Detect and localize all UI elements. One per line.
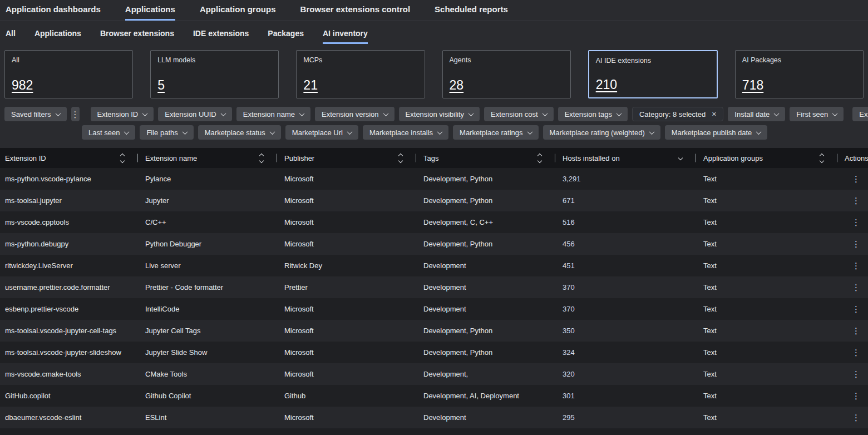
row-actions-button[interactable]: ⋮ xyxy=(852,283,860,291)
row-actions-button[interactable]: ⋮ xyxy=(852,305,860,313)
column-header-actions[interactable]: Actions xyxy=(837,148,868,168)
filter-chip-extension-id[interactable]: Extension ID xyxy=(91,107,154,121)
hosts-installed-link[interactable]: 3,291 xyxy=(563,175,581,183)
extension-id-link[interactable]: esbenp.prettier-vscode xyxy=(5,305,78,313)
primary-tab-browser-extensions-control[interactable]: Browser extensions control xyxy=(300,4,411,21)
primary-tab-application-dashboards[interactable]: Application dashboards xyxy=(6,4,101,21)
filter-chip-first-seen[interactable]: First seen xyxy=(790,107,844,121)
column-header-label: Actions xyxy=(845,154,868,162)
extension-id-link[interactable]: dbaeumer.vscode-eslint xyxy=(5,413,81,422)
column-header-tags[interactable]: Tags xyxy=(416,148,555,168)
filter-chip-extension-uuid[interactable]: Extension UUID xyxy=(158,107,231,121)
summary-card-mcps[interactable]: MCPs21 xyxy=(296,50,425,98)
filter-chip-install-date[interactable]: Install date xyxy=(728,107,785,121)
primary-tab-scheduled-reports[interactable]: Scheduled reports xyxy=(435,4,508,21)
filter-chip-extension-tags[interactable]: Extension tags xyxy=(558,107,628,121)
extension-id-link[interactable]: ms-toolsai.vscode-jupyter-cell-tags xyxy=(5,327,116,335)
summary-card-ai-packages[interactable]: AI Packages718 xyxy=(735,50,864,98)
cell-actions: ⋮ xyxy=(837,283,868,291)
summary-card-llm-models[interactable]: LLM models5 xyxy=(150,50,279,98)
secondary-tab-packages[interactable]: Packages xyxy=(268,29,304,44)
extension-id-link[interactable]: ms-toolsai.vscode-jupyter-slideshow xyxy=(5,348,121,357)
hosts-installed-link[interactable]: 370 xyxy=(563,283,575,291)
extension-id-link[interactable]: username.prettier.code.formatter xyxy=(5,283,110,291)
secondary-tab-applications[interactable]: Applications xyxy=(34,29,81,44)
hosts-installed-link[interactable]: 350 xyxy=(563,327,575,335)
column-header-extension-name[interactable]: Extension name xyxy=(137,148,277,168)
row-actions-button[interactable]: ⋮ xyxy=(852,348,860,357)
sort-icon[interactable] xyxy=(820,154,823,162)
hosts-installed-link[interactable]: 456 xyxy=(563,240,575,248)
hosts-installed-link[interactable]: 451 xyxy=(563,261,575,270)
card-value-link[interactable]: 210 xyxy=(596,77,617,92)
row-actions-button[interactable]: ⋮ xyxy=(852,196,860,205)
card-value-link[interactable]: 28 xyxy=(450,78,464,93)
secondary-tab-ai-inventory[interactable]: AI inventory xyxy=(323,29,368,44)
secondary-tab-ide-extensions[interactable]: IDE extensions xyxy=(193,29,249,44)
export-button[interactable]: Export xyxy=(852,107,868,121)
filter-menu-button[interactable]: ⋮ xyxy=(71,107,80,121)
hosts-installed-link[interactable]: 370 xyxy=(563,305,575,313)
row-actions-button[interactable]: ⋮ xyxy=(852,413,860,422)
row-actions-button[interactable]: ⋮ xyxy=(852,261,860,270)
extension-name-text: Jupyter Cell Tags xyxy=(145,327,200,335)
filter-chip-marketplace-url[interactable]: Marketplace Url xyxy=(285,125,358,140)
close-icon[interactable]: × xyxy=(712,110,716,118)
summary-card-agents[interactable]: Agents28 xyxy=(442,50,571,98)
sort-icon[interactable] xyxy=(538,154,541,162)
filter-chip-marketplace-installs[interactable]: Marketplace installs xyxy=(363,125,448,140)
primary-tab-applications[interactable]: Applications xyxy=(125,4,175,21)
filter-chip-extension-name[interactable]: Extension name xyxy=(236,107,310,121)
card-value-link[interactable]: 5 xyxy=(157,78,165,93)
hosts-installed-link[interactable]: 671 xyxy=(563,196,575,205)
hosts-installed-link[interactable]: 301 xyxy=(563,392,575,400)
filter-chip-extension-version[interactable]: Extension version xyxy=(315,107,394,121)
card-value-link[interactable]: 718 xyxy=(742,78,763,93)
card-value-link[interactable]: 21 xyxy=(303,78,318,93)
column-header-application-groups[interactable]: Application groups xyxy=(696,148,837,168)
column-header-hosts-installed-on[interactable]: Hosts installed on xyxy=(555,148,696,168)
row-actions-button[interactable]: ⋮ xyxy=(852,175,860,183)
summary-card-all[interactable]: All982 xyxy=(4,50,133,98)
filter-chip-marketplace-ratings[interactable]: Marketplace ratings xyxy=(453,125,538,140)
row-actions-button[interactable]: ⋮ xyxy=(852,240,860,248)
column-header-extension-id[interactable]: Extension ID xyxy=(0,148,137,168)
filter-chip-file-paths[interactable]: File paths xyxy=(140,125,193,140)
hosts-installed-link[interactable]: 295 xyxy=(563,413,575,422)
sort-icon[interactable] xyxy=(260,154,263,162)
filter-chip-marketplace-rating-weighted[interactable]: Marketplace rating (weighted) xyxy=(543,125,660,140)
secondary-tab-browser-extensions[interactable]: Browser extensions xyxy=(100,29,174,44)
sort-icon[interactable] xyxy=(679,156,682,160)
extension-id-link[interactable]: ritwickdey.LiveServer xyxy=(5,261,73,270)
filter-chip-category-8-selected[interactable]: Category: 8 selected× xyxy=(632,107,723,121)
row-actions-button[interactable]: ⋮ xyxy=(852,327,860,335)
extension-id-link[interactable]: GitHub.copilot xyxy=(5,392,51,400)
extension-id-link[interactable]: ms-python.debugpy xyxy=(5,240,68,248)
card-value-link[interactable]: 982 xyxy=(12,78,33,93)
filter-chip-marketplace-status[interactable]: Marketplace status xyxy=(198,125,281,140)
hosts-installed-link[interactable]: 324 xyxy=(563,348,575,357)
hosts-installed-link[interactable]: 516 xyxy=(563,218,575,226)
column-header-publisher[interactable]: Publisher xyxy=(277,148,416,168)
extension-id-link[interactable]: ms-vscode.cpptools xyxy=(5,218,69,226)
cell-actions: ⋮ xyxy=(837,370,868,378)
summary-card-ai-ide-extensions[interactable]: AI IDE extensions210 xyxy=(588,50,718,98)
row-actions-button[interactable]: ⋮ xyxy=(852,392,860,400)
filter-chip-extension-cost[interactable]: Extension cost xyxy=(484,107,554,121)
secondary-tab-all[interactable]: All xyxy=(6,29,16,44)
cell-hosts-installed: 671 xyxy=(555,196,696,205)
filter-chip-extension-visibility[interactable]: Extension visibility xyxy=(399,107,480,121)
saved-filters-button[interactable]: Saved filters xyxy=(4,107,67,121)
extension-id-link[interactable]: ms-python.vscode-pylance xyxy=(5,175,91,183)
row-actions-button[interactable]: ⋮ xyxy=(852,370,860,378)
primary-tab-application-groups[interactable]: Application groups xyxy=(200,4,276,21)
extension-id-link[interactable]: ms-toolsai.jupyter xyxy=(5,196,62,205)
sort-icon[interactable] xyxy=(399,154,402,162)
sort-icon[interactable] xyxy=(121,154,124,162)
extension-id-link[interactable]: ms-vscode.cmake-tools xyxy=(5,370,81,378)
card-label: All xyxy=(12,56,126,64)
row-actions-button[interactable]: ⋮ xyxy=(852,218,860,226)
filter-chip-marketplace-publish-date[interactable]: Marketplace publish date xyxy=(665,125,768,140)
hosts-installed-link[interactable]: 320 xyxy=(563,370,575,378)
filter-chip-last-seen[interactable]: Last seen xyxy=(82,125,135,140)
